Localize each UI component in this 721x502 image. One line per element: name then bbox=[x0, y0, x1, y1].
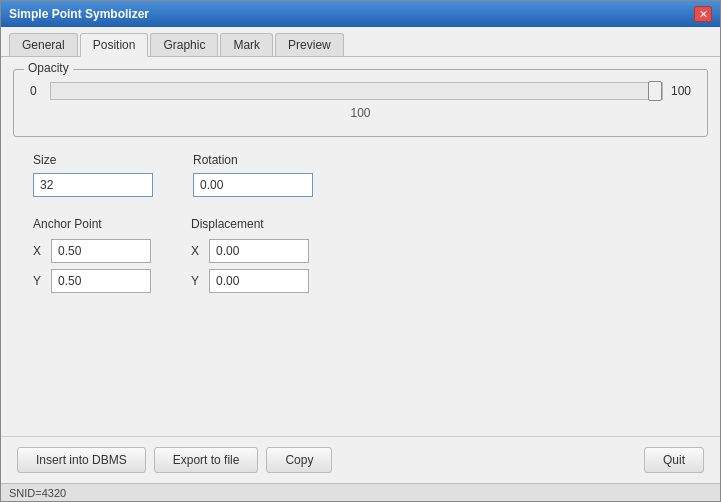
quit-button[interactable]: Quit bbox=[644, 447, 704, 473]
tab-mark[interactable]: Mark bbox=[220, 33, 273, 56]
title-bar: Simple Point Symbolizer ✕ bbox=[1, 1, 720, 27]
anchor-displacement-area: Anchor Point X Y Displacement X Y bbox=[13, 217, 708, 297]
size-field-group: Size bbox=[33, 153, 153, 197]
opacity-group-label: Opacity bbox=[24, 61, 73, 75]
anchor-y-input[interactable] bbox=[51, 269, 151, 293]
tab-bar: General Position Graphic Mark Preview bbox=[1, 27, 720, 57]
anchor-x-input[interactable] bbox=[51, 239, 151, 263]
close-button[interactable]: ✕ bbox=[694, 6, 712, 22]
displacement-label: Displacement bbox=[191, 217, 309, 231]
tab-position[interactable]: Position bbox=[80, 33, 149, 57]
tab-general[interactable]: General bbox=[9, 33, 78, 56]
opacity-group: Opacity 0 100 100 bbox=[13, 69, 708, 137]
opacity-max-label: 100 bbox=[671, 84, 691, 98]
size-rotation-area: Size Rotation bbox=[13, 153, 708, 197]
rotation-field-group: Rotation bbox=[193, 153, 313, 197]
copy-button[interactable]: Copy bbox=[266, 447, 332, 473]
anchor-y-axis: Y bbox=[33, 274, 45, 288]
size-input[interactable] bbox=[33, 173, 153, 197]
main-window: Simple Point Symbolizer ✕ General Positi… bbox=[0, 0, 721, 502]
export-to-file-button[interactable]: Export to file bbox=[154, 447, 259, 473]
opacity-min-label: 0 bbox=[30, 84, 42, 98]
tab-preview[interactable]: Preview bbox=[275, 33, 344, 56]
displacement-x-row: X bbox=[191, 239, 309, 263]
anchor-y-row: Y bbox=[33, 269, 151, 293]
anchor-point-group: Anchor Point X Y bbox=[33, 217, 151, 297]
anchor-x-axis: X bbox=[33, 244, 45, 258]
opacity-slider[interactable] bbox=[50, 82, 663, 100]
status-text: SNID=4320 bbox=[9, 487, 66, 499]
anchor-point-label: Anchor Point bbox=[33, 217, 151, 231]
tab-content: Opacity 0 100 100 Size Rotation Anchor P… bbox=[1, 57, 720, 436]
status-bar: SNID=4320 bbox=[1, 483, 720, 501]
bottom-left-buttons: Insert into DBMS Export to file Copy bbox=[17, 447, 332, 473]
displacement-y-input[interactable] bbox=[209, 269, 309, 293]
size-label: Size bbox=[33, 153, 153, 167]
anchor-x-row: X bbox=[33, 239, 151, 263]
displacement-group: Displacement X Y bbox=[191, 217, 309, 297]
displacement-x-axis: X bbox=[191, 244, 203, 258]
bottom-bar: Insert into DBMS Export to file Copy Qui… bbox=[1, 436, 720, 483]
displacement-y-axis: Y bbox=[191, 274, 203, 288]
opacity-value: 100 bbox=[30, 106, 691, 120]
displacement-x-input[interactable] bbox=[209, 239, 309, 263]
window-title: Simple Point Symbolizer bbox=[9, 7, 149, 21]
displacement-y-row: Y bbox=[191, 269, 309, 293]
rotation-label: Rotation bbox=[193, 153, 313, 167]
insert-dbms-button[interactable]: Insert into DBMS bbox=[17, 447, 146, 473]
bottom-right-buttons: Quit bbox=[644, 447, 704, 473]
tab-graphic[interactable]: Graphic bbox=[150, 33, 218, 56]
rotation-input[interactable] bbox=[193, 173, 313, 197]
slider-row: 0 100 bbox=[30, 82, 691, 100]
